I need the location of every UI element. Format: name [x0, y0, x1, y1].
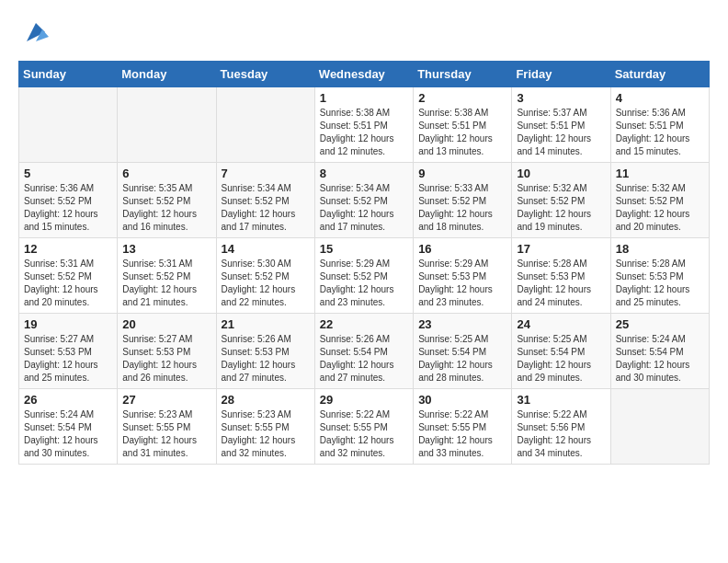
calendar-cell: 1Sunrise: 5:38 AM Sunset: 5:51 PM Daylig…	[314, 87, 413, 163]
day-number: 4	[616, 91, 704, 105]
weekday-header-saturday: Saturday	[610, 62, 709, 87]
weekday-header-sunday: Sunday	[19, 62, 118, 87]
calendar-cell: 29Sunrise: 5:22 AM Sunset: 5:55 PM Dayli…	[314, 389, 413, 465]
calendar-cell: 14Sunrise: 5:30 AM Sunset: 5:52 PM Dayli…	[216, 238, 314, 314]
calendar-cell: 3Sunrise: 5:37 AM Sunset: 5:51 PM Daylig…	[512, 87, 610, 163]
day-number: 13	[122, 242, 210, 256]
calendar-cell: 21Sunrise: 5:26 AM Sunset: 5:53 PM Dayli…	[216, 314, 314, 389]
calendar-cell: 24Sunrise: 5:25 AM Sunset: 5:54 PM Dayli…	[512, 314, 610, 389]
calendar-cell: 17Sunrise: 5:28 AM Sunset: 5:53 PM Dayli…	[512, 238, 610, 314]
day-number: 10	[517, 167, 605, 180]
day-number: 28	[222, 393, 310, 407]
day-number: 5	[24, 167, 112, 180]
weekday-header-tuesday: Tuesday	[216, 62, 314, 87]
day-info: Sunrise: 5:36 AM Sunset: 5:51 PM Dayligh…	[616, 107, 704, 158]
logo	[18, 18, 50, 46]
calendar-cell: 31Sunrise: 5:22 AM Sunset: 5:56 PM Dayli…	[512, 389, 610, 465]
day-info: Sunrise: 5:27 AM Sunset: 5:53 PM Dayligh…	[122, 333, 210, 385]
calendar-cell: 9Sunrise: 5:33 AM Sunset: 5:52 PM Daylig…	[414, 163, 512, 238]
day-info: Sunrise: 5:22 AM Sunset: 5:56 PM Dayligh…	[517, 408, 605, 460]
day-number: 22	[320, 317, 408, 331]
day-info: Sunrise: 5:23 AM Sunset: 5:55 PM Dayligh…	[222, 408, 310, 460]
calendar-cell	[118, 87, 216, 163]
day-info: Sunrise: 5:36 AM Sunset: 5:52 PM Dayligh…	[24, 182, 112, 234]
day-info: Sunrise: 5:27 AM Sunset: 5:53 PM Dayligh…	[24, 333, 112, 385]
day-number: 6	[122, 167, 210, 180]
day-info: Sunrise: 5:26 AM Sunset: 5:53 PM Dayligh…	[222, 333, 310, 385]
calendar-cell: 18Sunrise: 5:28 AM Sunset: 5:53 PM Dayli…	[610, 238, 709, 314]
day-number: 23	[418, 317, 506, 331]
day-number: 25	[616, 317, 704, 331]
calendar-cell: 5Sunrise: 5:36 AM Sunset: 5:52 PM Daylig…	[19, 163, 118, 238]
day-info: Sunrise: 5:24 AM Sunset: 5:54 PM Dayligh…	[616, 333, 704, 385]
calendar-cell: 15Sunrise: 5:29 AM Sunset: 5:52 PM Dayli…	[314, 238, 413, 314]
calendar-cell: 11Sunrise: 5:32 AM Sunset: 5:52 PM Dayli…	[610, 163, 709, 238]
day-info: Sunrise: 5:30 AM Sunset: 5:52 PM Dayligh…	[222, 258, 310, 309]
day-number: 19	[24, 317, 112, 331]
day-number: 27	[122, 393, 210, 407]
day-info: Sunrise: 5:28 AM Sunset: 5:53 PM Dayligh…	[616, 258, 704, 309]
day-number: 14	[222, 242, 310, 256]
calendar-cell: 19Sunrise: 5:27 AM Sunset: 5:53 PM Dayli…	[19, 314, 118, 389]
calendar-cell: 28Sunrise: 5:23 AM Sunset: 5:55 PM Dayli…	[216, 389, 314, 465]
weekday-header-thursday: Thursday	[414, 62, 512, 87]
calendar-week-row: 1Sunrise: 5:38 AM Sunset: 5:51 PM Daylig…	[19, 87, 710, 163]
day-number: 12	[24, 242, 112, 256]
calendar-cell: 2Sunrise: 5:38 AM Sunset: 5:51 PM Daylig…	[414, 87, 512, 163]
day-number: 15	[320, 242, 408, 256]
calendar-cell: 26Sunrise: 5:24 AM Sunset: 5:54 PM Dayli…	[19, 389, 118, 465]
day-info: Sunrise: 5:29 AM Sunset: 5:52 PM Dayligh…	[320, 258, 408, 309]
day-number: 26	[24, 393, 112, 407]
day-info: Sunrise: 5:26 AM Sunset: 5:54 PM Dayligh…	[320, 333, 408, 385]
day-info: Sunrise: 5:22 AM Sunset: 5:55 PM Dayligh…	[418, 408, 506, 460]
day-info: Sunrise: 5:25 AM Sunset: 5:54 PM Dayligh…	[517, 333, 605, 385]
day-info: Sunrise: 5:34 AM Sunset: 5:52 PM Dayligh…	[222, 182, 310, 234]
day-info: Sunrise: 5:22 AM Sunset: 5:55 PM Dayligh…	[320, 408, 408, 460]
day-number: 29	[320, 393, 408, 407]
day-number: 11	[616, 167, 704, 180]
day-info: Sunrise: 5:38 AM Sunset: 5:51 PM Dayligh…	[418, 107, 506, 158]
day-info: Sunrise: 5:33 AM Sunset: 5:52 PM Dayligh…	[418, 182, 506, 234]
day-number: 7	[222, 167, 310, 180]
day-number: 24	[517, 317, 605, 331]
logo-icon	[22, 18, 50, 46]
calendar-cell: 23Sunrise: 5:25 AM Sunset: 5:54 PM Dayli…	[414, 314, 512, 389]
weekday-header-row: SundayMondayTuesdayWednesdayThursdayFrid…	[19, 62, 710, 87]
day-number: 17	[517, 242, 605, 256]
calendar-cell: 4Sunrise: 5:36 AM Sunset: 5:51 PM Daylig…	[610, 87, 709, 163]
day-number: 9	[418, 167, 506, 180]
day-info: Sunrise: 5:29 AM Sunset: 5:53 PM Dayligh…	[418, 258, 506, 309]
page: SundayMondayTuesdayWednesdayThursdayFrid…	[0, 0, 728, 474]
day-info: Sunrise: 5:37 AM Sunset: 5:51 PM Dayligh…	[517, 107, 605, 158]
day-info: Sunrise: 5:34 AM Sunset: 5:52 PM Dayligh…	[320, 182, 408, 234]
day-info: Sunrise: 5:32 AM Sunset: 5:52 PM Dayligh…	[517, 182, 605, 234]
day-number: 1	[320, 91, 408, 105]
day-number: 30	[418, 393, 506, 407]
calendar-cell: 16Sunrise: 5:29 AM Sunset: 5:53 PM Dayli…	[414, 238, 512, 314]
calendar-week-row: 5Sunrise: 5:36 AM Sunset: 5:52 PM Daylig…	[19, 163, 710, 238]
day-number: 31	[517, 393, 605, 407]
calendar-cell: 10Sunrise: 5:32 AM Sunset: 5:52 PM Dayli…	[512, 163, 610, 238]
calendar-cell: 22Sunrise: 5:26 AM Sunset: 5:54 PM Dayli…	[314, 314, 413, 389]
header	[18, 18, 710, 46]
day-info: Sunrise: 5:28 AM Sunset: 5:53 PM Dayligh…	[517, 258, 605, 309]
day-info: Sunrise: 5:23 AM Sunset: 5:55 PM Dayligh…	[122, 408, 210, 460]
day-number: 16	[418, 242, 506, 256]
day-info: Sunrise: 5:32 AM Sunset: 5:52 PM Dayligh…	[616, 182, 704, 234]
calendar-cell: 13Sunrise: 5:31 AM Sunset: 5:52 PM Dayli…	[118, 238, 216, 314]
day-number: 20	[122, 317, 210, 331]
calendar-cell: 27Sunrise: 5:23 AM Sunset: 5:55 PM Dayli…	[118, 389, 216, 465]
weekday-header-wednesday: Wednesday	[314, 62, 413, 87]
day-info: Sunrise: 5:31 AM Sunset: 5:52 PM Dayligh…	[122, 258, 210, 309]
calendar-week-row: 12Sunrise: 5:31 AM Sunset: 5:52 PM Dayli…	[19, 238, 710, 314]
calendar-cell	[19, 87, 118, 163]
day-number: 3	[517, 91, 605, 105]
calendar-week-row: 19Sunrise: 5:27 AM Sunset: 5:53 PM Dayli…	[19, 314, 710, 389]
calendar-cell: 25Sunrise: 5:24 AM Sunset: 5:54 PM Dayli…	[610, 314, 709, 389]
calendar-week-row: 26Sunrise: 5:24 AM Sunset: 5:54 PM Dayli…	[19, 389, 710, 465]
day-info: Sunrise: 5:24 AM Sunset: 5:54 PM Dayligh…	[24, 408, 112, 460]
calendar-body: 1Sunrise: 5:38 AM Sunset: 5:51 PM Daylig…	[19, 87, 710, 465]
calendar-cell: 12Sunrise: 5:31 AM Sunset: 5:52 PM Dayli…	[19, 238, 118, 314]
calendar-header: SundayMondayTuesdayWednesdayThursdayFrid…	[19, 62, 710, 87]
day-info: Sunrise: 5:35 AM Sunset: 5:52 PM Dayligh…	[122, 182, 210, 234]
